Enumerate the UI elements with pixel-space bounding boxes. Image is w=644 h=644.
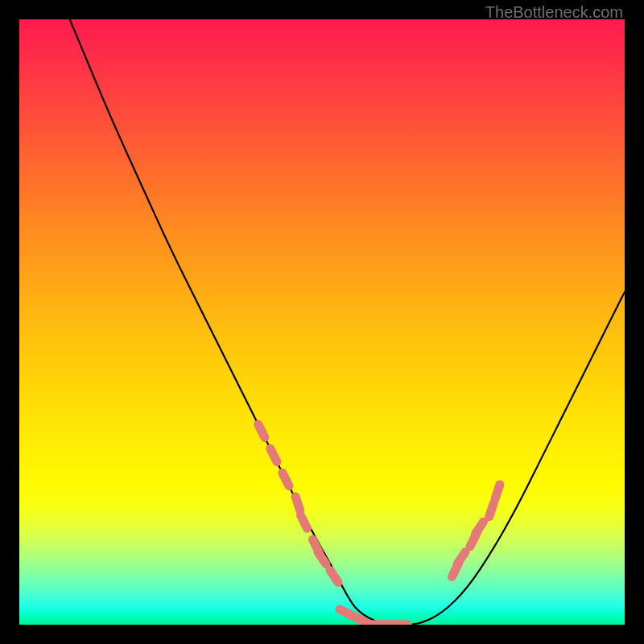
- highlight-markers: [258, 424, 500, 625]
- highlight-dash: [270, 448, 277, 461]
- highlight-dash: [258, 424, 265, 437]
- highlight-dash: [489, 503, 494, 517]
- highlight-dash: [330, 570, 338, 582]
- highlight-dash: [295, 497, 300, 510]
- bottleneck-curve: [19, 19, 625, 625]
- plot-area: [19, 19, 625, 625]
- watermark-text: TheBottleneck.com: [485, 3, 623, 22]
- highlight-dash: [476, 522, 484, 534]
- curve-layer: [19, 19, 625, 625]
- highlight-dash: [495, 485, 500, 498]
- chart-frame: TheBottleneck.com: [0, 0, 644, 644]
- highlight-dash: [283, 473, 289, 485]
- highlight-dash: [300, 515, 307, 528]
- highlight-dash: [457, 552, 465, 564]
